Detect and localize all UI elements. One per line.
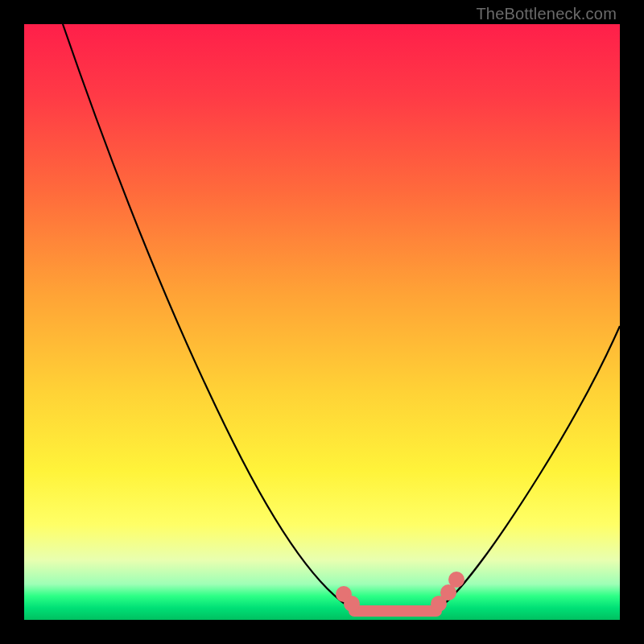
curve-right-branch: [436, 326, 620, 610]
marker-dot: [448, 572, 464, 588]
marker-dot: [344, 596, 360, 612]
chart-frame: TheBottleneck.com: [0, 0, 644, 644]
watermark-text: TheBottleneck.com: [476, 5, 617, 23]
curve-left-branch: [63, 24, 354, 610]
plot-area: [24, 24, 620, 620]
plot-svg: [24, 24, 620, 620]
